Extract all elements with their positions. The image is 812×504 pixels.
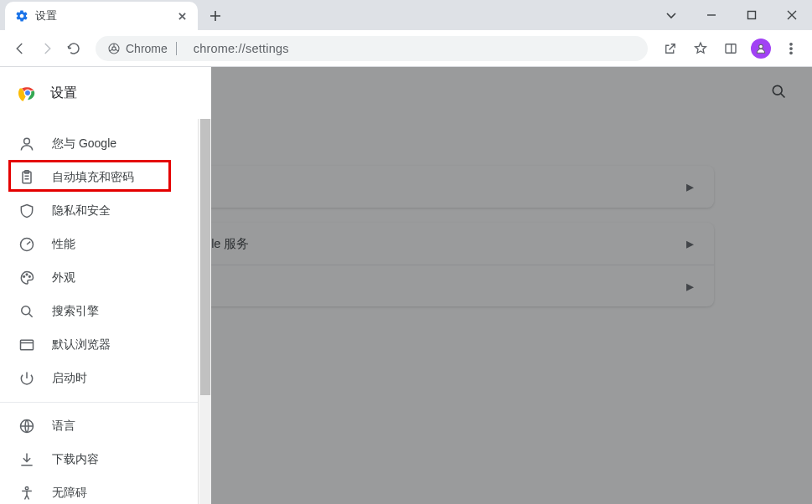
svg-point-16 bbox=[26, 274, 28, 275]
sidebar-item-privacy[interactable]: 隐私和安全 bbox=[0, 194, 211, 228]
side-panel-icon[interactable] bbox=[716, 34, 745, 63]
svg-point-2 bbox=[112, 46, 116, 49]
new-tab-button[interactable] bbox=[203, 3, 228, 28]
sidebar-item-you-and-google[interactable]: 您与 Google bbox=[0, 127, 211, 161]
sidebar-item-label: 您与 Google bbox=[52, 136, 116, 152]
svg-point-7 bbox=[790, 52, 792, 54]
sidebar-item-label: 启动时 bbox=[52, 371, 87, 386]
sidebar-scrollbar[interactable] bbox=[198, 119, 211, 504]
kebab-menu-icon[interactable] bbox=[777, 34, 805, 63]
svg-point-4 bbox=[759, 44, 763, 49]
profile-avatar[interactable] bbox=[747, 34, 775, 63]
sidebar-item-label: 性能 bbox=[52, 237, 75, 252]
back-button[interactable] bbox=[7, 35, 34, 62]
svg-point-9 bbox=[25, 90, 30, 95]
scrollbar-thumb[interactable] bbox=[200, 119, 210, 395]
sidebar-item-label: 无障碍 bbox=[52, 486, 87, 501]
svg-point-15 bbox=[23, 276, 25, 278]
gauge-icon bbox=[18, 236, 35, 253]
avatar-icon bbox=[751, 39, 771, 59]
shield-icon bbox=[18, 203, 35, 219]
sidebar-item-default-browser[interactable]: 默认浏览器 bbox=[0, 328, 211, 362]
sidebar-item-label: 自动填充和密码 bbox=[52, 170, 134, 185]
sidebar-item-label: 搜索引擎 bbox=[52, 304, 99, 319]
accessibility-icon bbox=[18, 485, 35, 501]
close-icon[interactable] bbox=[174, 8, 189, 23]
chrome-logo-icon bbox=[18, 84, 37, 102]
reload-button[interactable] bbox=[60, 35, 87, 62]
sidebar-item-label: 外观 bbox=[52, 270, 75, 285]
sidebar-item-accessibility[interactable]: 无障碍 bbox=[0, 476, 211, 504]
window-titlebar: 设置 bbox=[0, 0, 812, 30]
sidebar-item-label: 默认浏览器 bbox=[52, 337, 111, 352]
sidebar-item-downloads[interactable]: 下载内容 bbox=[0, 443, 211, 476]
bookmark-star-icon[interactable] bbox=[686, 34, 715, 63]
sidebar-item-label: 下载内容 bbox=[52, 452, 99, 467]
dim-overlay bbox=[211, 67, 812, 504]
minimize-button[interactable] bbox=[691, 0, 732, 30]
maximize-button[interactable] bbox=[732, 0, 772, 30]
tab-title: 设置 bbox=[35, 9, 169, 23]
svg-rect-0 bbox=[748, 12, 756, 19]
sidebar-item-appearance[interactable]: 外观 bbox=[0, 261, 211, 295]
close-window-button[interactable] bbox=[772, 0, 812, 30]
share-icon[interactable] bbox=[656, 34, 685, 63]
palette-icon bbox=[18, 270, 35, 286]
sidebar-item-label: 语言 bbox=[52, 419, 75, 434]
tab-dropdown-button[interactable] bbox=[651, 0, 691, 30]
sidebar-nav: 您与 Google 自动填充和密码 隐私和安全 性能 外观 bbox=[0, 119, 211, 504]
svg-point-6 bbox=[790, 47, 792, 49]
sidebar-item-autofill[interactable]: 自动填充和密码 bbox=[0, 161, 211, 194]
svg-point-21 bbox=[25, 487, 28, 490]
omnibox-url: chrome://settings bbox=[194, 42, 289, 55]
content-area: 设置 您与 Google 自动填充和密码 隐私和安全 性能 bbox=[0, 67, 812, 504]
search-icon bbox=[18, 303, 35, 320]
svg-point-17 bbox=[29, 276, 31, 278]
window-controls bbox=[691, 0, 812, 30]
address-bar[interactable]: Chrome chrome://settings bbox=[96, 36, 648, 61]
chrome-chip-label: Chrome bbox=[126, 42, 168, 55]
sidebar-item-search-engine[interactable]: 搜索引擎 bbox=[0, 295, 211, 328]
settings-sidebar: 设置 您与 Google 自动填充和密码 隐私和安全 性能 bbox=[0, 67, 211, 504]
chrome-chip: Chrome bbox=[107, 42, 185, 55]
sidebar-header: 设置 bbox=[0, 67, 211, 119]
svg-rect-3 bbox=[726, 44, 736, 53]
download-icon bbox=[18, 451, 35, 468]
sidebar-separator bbox=[0, 402, 211, 403]
sidebar-item-performance[interactable]: 性能 bbox=[0, 228, 211, 261]
sidebar-item-languages[interactable]: 语言 bbox=[0, 409, 211, 443]
sidebar-item-label: 隐私和安全 bbox=[52, 203, 111, 219]
svg-point-11 bbox=[24, 138, 30, 144]
globe-icon bbox=[18, 418, 35, 435]
sidebar-item-startup[interactable]: 启动时 bbox=[0, 362, 211, 395]
power-icon bbox=[18, 370, 35, 387]
svg-rect-19 bbox=[21, 340, 34, 350]
gear-icon bbox=[15, 9, 28, 23]
browser-tab[interactable]: 设置 bbox=[5, 2, 198, 30]
svg-point-18 bbox=[22, 306, 30, 315]
browser-toolbar: Chrome chrome://settings bbox=[0, 30, 812, 67]
browser-icon bbox=[18, 337, 35, 353]
person-icon bbox=[18, 136, 35, 152]
settings-main-pane: ▸ ogle 服务 ▸ ▸ bbox=[211, 67, 812, 504]
forward-button[interactable] bbox=[34, 35, 60, 62]
clipboard-icon bbox=[18, 169, 35, 186]
svg-point-5 bbox=[790, 43, 792, 44]
sidebar-title: 设置 bbox=[50, 85, 77, 102]
